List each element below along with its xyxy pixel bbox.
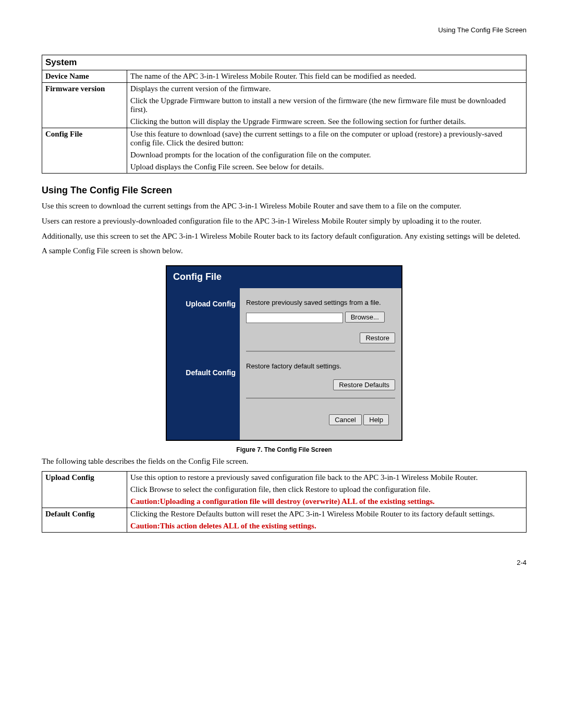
para: Clicking the button will display the Upg…	[130, 117, 523, 126]
row-desc-device-name: The name of the APC 3-in-1 Wireless Mobi…	[127, 70, 527, 83]
panel-title: Config File	[167, 266, 401, 288]
default-config-label: Default Config	[167, 357, 240, 405]
restore-button[interactable]: Restore	[360, 332, 395, 343]
post-figure-text: The following table describes the fields…	[42, 456, 527, 466]
browse-button[interactable]: Browse...	[345, 312, 385, 323]
row-desc-upload-config: Use this option to restore a previously …	[127, 472, 527, 508]
page-header-label: Using The Config File Screen	[42, 26, 527, 34]
para: Upload displays the Config File screen. …	[130, 163, 523, 171]
para: Download prompts for the location of the…	[130, 151, 523, 159]
para: Click Browse to select the configuration…	[130, 485, 523, 494]
help-button[interactable]: Help	[363, 414, 389, 425]
file-path-input[interactable]	[246, 313, 343, 323]
row-label-config-file: Config File	[42, 128, 127, 174]
row-label-default-config: Default Config	[42, 508, 127, 533]
caution-text: Caution:Uploading a configuration file w…	[130, 497, 523, 506]
config-file-panel: Config File Upload Config Default Config…	[166, 265, 402, 441]
upload-config-label: Upload Config	[167, 288, 240, 357]
cancel-button[interactable]: Cancel	[329, 414, 361, 425]
body-para-3: Additionally, use this screen to set the…	[42, 231, 527, 241]
row-desc-firmware: Displays the current version of the firm…	[127, 83, 527, 128]
para: Clicking the Restore Defaults button wil…	[130, 510, 523, 519]
default-config-section: Restore factory default settings. Restor…	[246, 352, 395, 399]
system-table-head: System	[42, 55, 527, 70]
para: Use this feature to download (save) the …	[130, 130, 523, 147]
page-number: 2-4	[42, 559, 527, 566]
row-desc-default-config: Clicking the Restore Defaults button wil…	[127, 508, 527, 533]
config-fields-table: Upload Config Use this option to restore…	[42, 471, 527, 533]
caution-text: Caution:This action deletes ALL of the e…	[130, 522, 523, 530]
body-para-1: Use this screen to download the current …	[42, 201, 527, 211]
section-title: Using The Config File Screen	[42, 185, 527, 196]
figure-caption: Figure 7. The Config File Screen	[42, 446, 527, 453]
row-label-firmware: Firmware version	[42, 83, 127, 128]
panel-footer-buttons: Cancel Help	[246, 399, 395, 433]
row-desc-config-file: Use this feature to download (save) the …	[127, 128, 527, 174]
body-para-2: Users can restore a previously-downloade…	[42, 216, 527, 226]
para: The name of the APC 3-in-1 Wireless Mobi…	[130, 72, 523, 81]
row-label-upload-config: Upload Config	[42, 472, 127, 508]
upload-config-desc: Restore previously saved settings from a…	[246, 299, 395, 306]
body-para-4: A sample Config File screen is shown bel…	[42, 246, 527, 256]
restore-defaults-button[interactable]: Restore Defaults	[333, 379, 395, 390]
para: Use this option to restore a previously …	[130, 473, 523, 482]
upload-config-section: Restore previously saved settings from a…	[246, 288, 395, 352]
default-config-desc: Restore factory default settings.	[246, 362, 395, 370]
para: Displays the current version of the firm…	[130, 84, 523, 93]
row-label-device-name: Device Name	[42, 70, 127, 83]
system-table: System Device Name The name of the APC 3…	[42, 55, 527, 174]
para: Click the Upgrade Firmware button to ins…	[130, 96, 523, 114]
